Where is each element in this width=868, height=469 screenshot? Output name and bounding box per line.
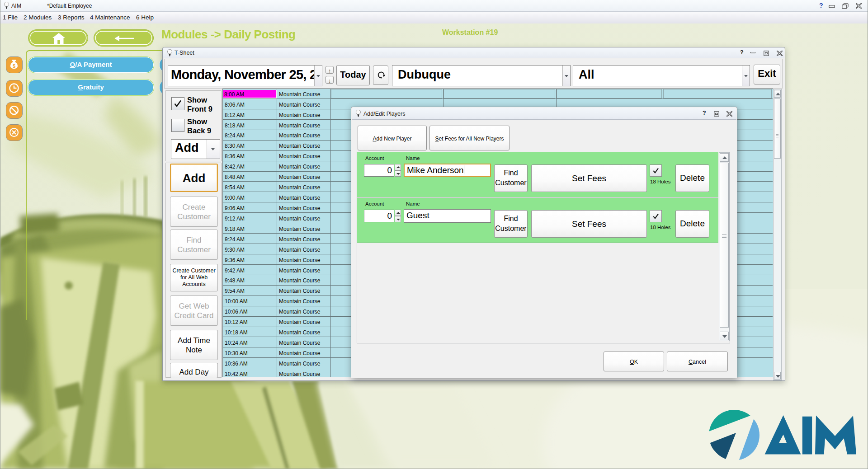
svg-text:$: $ [13, 63, 15, 69]
